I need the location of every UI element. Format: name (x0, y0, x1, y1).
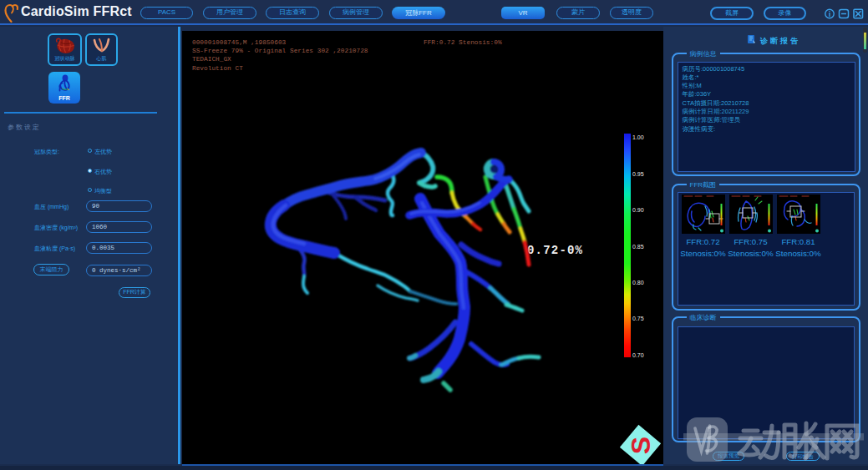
svg-text:i: i (829, 10, 831, 18)
